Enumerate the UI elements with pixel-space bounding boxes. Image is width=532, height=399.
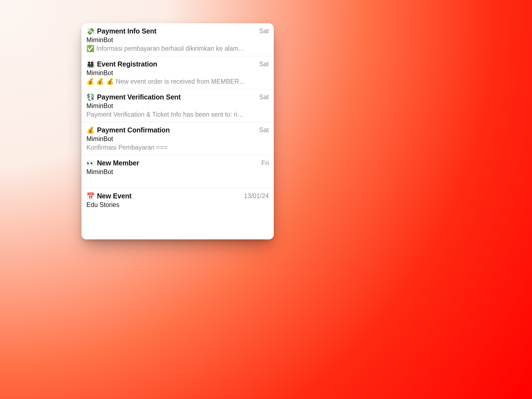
item-title: Payment Confirmation: [97, 126, 170, 134]
message-preview: 💰 💰 💰 New event order is received from M…: [86, 78, 269, 86]
timestamp: Sat: [259, 93, 269, 101]
list-item[interactable]: 👨‍👩‍👧‍👦 Event Registration Sat MiminBot …: [81, 56, 274, 89]
timestamp: Fri: [261, 159, 269, 167]
message-preview: Konfirmasi Pembayaran ===: [86, 144, 269, 152]
sender-name: MiminBot: [86, 135, 269, 143]
list-item[interactable]: 💸 Payment Info Sent Sat MiminBot ✅ Infor…: [81, 23, 274, 56]
money-wings-icon: 💸: [86, 28, 94, 35]
timestamp: Sat: [259, 126, 269, 134]
message-preview: [86, 177, 269, 185]
list-item[interactable]: 💰 Payment Confirmation Sat MiminBot Konf…: [81, 122, 274, 155]
sender-name: Edu Stories: [86, 201, 269, 209]
calendar-icon: 📅: [86, 193, 94, 200]
timestamp: Sat: [259, 60, 269, 68]
eyes-icon: 👀: [86, 160, 94, 167]
family-icon: 👨‍👩‍👧‍👦: [86, 61, 94, 68]
sender-name: MiminBot: [86, 69, 269, 77]
sender-name: MiminBot: [86, 102, 269, 110]
item-title: Payment Verification Sent: [97, 93, 181, 101]
list-item[interactable]: 📅 New Event 13/01/24 Edu Stories: [81, 188, 274, 212]
currency-exchange-icon: 💱: [86, 94, 94, 101]
item-title: Payment Info Sent: [97, 27, 157, 35]
item-title: New Member: [97, 159, 139, 167]
timestamp: 13/01/24: [244, 192, 269, 200]
item-title: New Event: [97, 192, 132, 200]
money-bag-icon: 💰: [86, 127, 94, 134]
timestamp: Sat: [259, 27, 269, 35]
list-item[interactable]: 💱 Payment Verification Sent Sat MiminBot…: [81, 89, 274, 122]
sender-name: MiminBot: [86, 36, 269, 44]
message-preview: Payment Verification & Ticket Info has b…: [86, 111, 269, 119]
message-preview: ✅ Informasi pembayaran berhasil dikirimk…: [86, 45, 269, 53]
sender-name: MiminBot: [86, 168, 269, 176]
notifications-list: 💸 Payment Info Sent Sat MiminBot ✅ Infor…: [81, 23, 274, 239]
list-item[interactable]: 👀 New Member Fri MiminBot: [81, 155, 274, 188]
item-title: Event Registration: [97, 60, 157, 68]
